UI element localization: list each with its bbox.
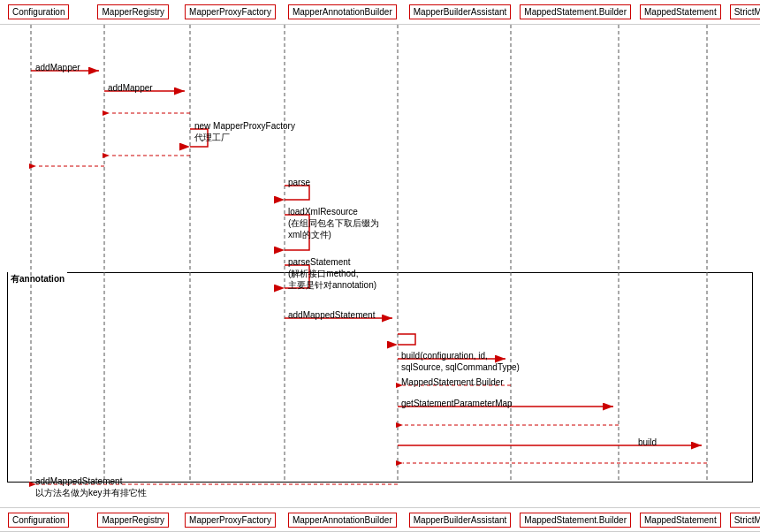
participant-mapperregistry-top: MapperRegistry: [97, 4, 169, 19]
participant-mapperannotationbuilder-top: MapperAnnotationBuilder: [288, 4, 397, 19]
label-build-2: build: [638, 437, 657, 448]
label-loadxmlresource: loadXmlResource(在组同包名下取后缀为xml的文件): [288, 206, 379, 240]
participant-strictmap-bottom: StrictMap: [730, 513, 760, 528]
participant-mapperproxyfactory-top: MapperProxyFactory: [185, 4, 276, 19]
top-participants-bar: Configuration MapperRegistry MapperProxy…: [0, 0, 760, 25]
label-getstatementparametermap: getStatementParameterMap: [401, 398, 513, 409]
label-new-mapperproxyfactory: new MapperProxyFactory代理工厂: [194, 120, 295, 143]
fragment-label: 有annotation: [8, 272, 67, 286]
label-addmappedstatement-1: addMappedStatement: [288, 309, 375, 321]
participant-mapperbuilderassistant-top: MapperBuilderAssistant: [409, 4, 512, 19]
label-build-1: build(configuration, id,sqlSource, sqlCo…: [401, 350, 520, 373]
label-mappedstatementbuilder-return: MappedStatement.Builder: [401, 376, 504, 388]
participant-configuration-bottom: Configuration: [8, 513, 69, 528]
participant-mappedstatement-top: MappedStatement: [640, 4, 721, 19]
participant-mapperbuilderassistant-bottom: MapperBuilderAssistant: [409, 513, 512, 528]
fragment-annotation: 有annotation: [7, 272, 753, 483]
label-addmapper-2: addMapper: [108, 82, 153, 94]
label-parse: parse: [288, 177, 310, 188]
participant-mappedstatementbuilder-top: MappedStatement.Builder: [520, 4, 631, 19]
participant-mapperproxyfactory-bottom: MapperProxyFactory: [185, 513, 276, 528]
diagram-area: 有annotation: [0, 25, 760, 507]
participant-strictmap-top: StrictMap: [730, 4, 760, 19]
participant-configuration-top: Configuration: [8, 4, 69, 19]
participant-mappedstatementbuilder-bottom: MappedStatement.Builder: [520, 513, 631, 528]
label-addmapper-1: addMapper: [35, 62, 80, 73]
label-addmappedstatement-2: addMappedStatement以方法名做为key并有排它性: [35, 475, 147, 498]
bottom-participants-bar: Configuration MapperRegistry MapperProxy…: [0, 507, 760, 532]
participant-mapperannotationbuilder-bottom: MapperAnnotationBuilder: [288, 513, 397, 528]
diagram-container: Configuration MapperRegistry MapperProxy…: [0, 0, 760, 532]
participant-mappedstatement-bottom: MappedStatement: [640, 513, 721, 528]
label-parsestatement: parseStatement(解析接口method,主要是针对annotatio…: [288, 256, 376, 291]
participant-mapperregistry-bottom: MapperRegistry: [97, 513, 169, 528]
